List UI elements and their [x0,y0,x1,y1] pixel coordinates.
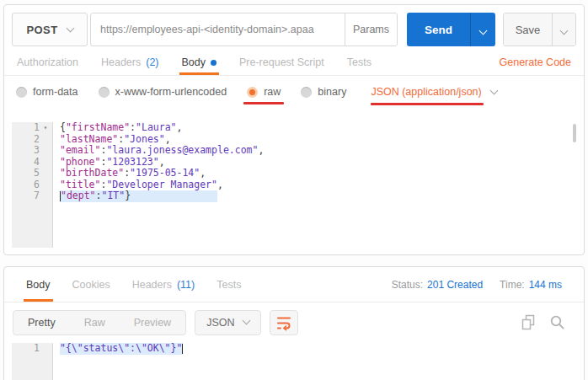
tab-label: Cookies [72,279,110,291]
send-button[interactable]: Send [407,13,470,46]
generate-code-link[interactable]: Generate Code [500,50,571,75]
headers-count-badge: (11) [177,279,195,291]
response-tab-body[interactable]: Body [26,267,51,302]
code-text: "title":"Developer Manager", [52,179,223,191]
response-tab-headers[interactable]: Headers (11) [132,267,195,302]
method-label: POST [27,24,58,36]
send-dropdown-button[interactable] [470,13,495,46]
view-mode-raw[interactable]: Raw [70,317,120,329]
response-toolbar: PrettyRawPreview JSON [4,302,584,342]
code-text: "dept":"IT"} [52,190,217,202]
tab-label: Authorization [17,56,78,68]
chevron-down-icon [66,24,74,32]
selection-highlight: "{\"status\":\"OK\"}" [60,343,183,355]
status-code: Status: 201 Created [392,279,483,291]
response-toolbar-icons [521,314,565,330]
format-label: JSON [206,317,234,329]
editor-line: 2"lastName":"Jones", [12,134,577,146]
editor-line: 4"phone":"1203123", [12,157,577,169]
code-text: "email":"laura.joness@example.com", [52,145,264,157]
response-body-editor[interactable]: 1"{\"status\":\"OK\"}" [12,343,577,380]
editor-line: 1▾{"firstName":"Laura", [12,122,577,134]
method-select[interactable]: POST [12,13,88,46]
view-mode-pretty[interactable]: Pretty [13,317,70,329]
copy-icon [521,314,537,330]
unsaved-dot-icon [211,60,216,66]
url-row: POST Params Send Save [4,5,584,46]
send-split-button: Send [407,13,495,46]
annotation-underline [371,103,483,105]
tab-authorization[interactable]: Authorization [17,50,78,75]
headers-count-badge: (2) [146,56,158,68]
body-type-option-form-data[interactable]: form-data [16,86,78,98]
tab-tests[interactable]: Tests [347,50,372,75]
tab-label: Tests [216,279,241,291]
tab-label: Pre-request Script [239,56,324,68]
chevron-down-icon [479,26,488,35]
editor-line: 6"title":"Developer Manager", [12,179,577,191]
fold-arrow-icon[interactable]: ▾ [40,122,51,134]
body-type-label: raw [264,86,281,98]
url-input[interactable] [91,13,345,45]
body-type-option-raw[interactable]: raw [247,86,281,98]
line-number: 5 [12,168,52,179]
search-icon [549,314,565,330]
save-dropdown-button[interactable] [552,13,575,45]
line-number: 4 [12,157,52,169]
editor-line: 1"{\"status\":\"OK\"}" [12,343,577,355]
body-type-option-x-www-form-urlencoded[interactable]: x-www-form-urlencoded [99,86,227,98]
body-type-option-binary[interactable]: binary [301,86,346,98]
response-tab-cookies[interactable]: Cookies [72,267,110,302]
tab-label: Headers [132,279,172,291]
body-type-label: binary [318,86,346,98]
wrap-lines-icon [275,314,292,331]
wrap-lines-button[interactable] [270,310,298,335]
url-group: Params [90,13,398,46]
code-text: "lastName":"Jones", [52,134,171,146]
save-split-button: Save [503,13,576,46]
annotation-underline [243,102,284,104]
chevron-down-icon [560,26,569,35]
selection-highlight: "dept":"IT"} [60,190,217,202]
copy-button[interactable] [521,314,537,330]
body-type-label: x-www-form-urlencoded [115,86,227,98]
line-number: 6 [12,179,52,191]
editor-line: 7"dept":"IT"} [12,190,577,202]
line-number: 7 [12,190,52,202]
radio-icon [99,87,110,98]
response-tab-tests[interactable]: Tests [216,267,241,302]
tab-body[interactable]: Body [182,50,217,75]
line-number: 1▾ [12,122,52,134]
response-panel: Body Cookies Headers (11) Tests Status: … [3,266,585,380]
radio-icon [16,87,27,98]
request-panel: POST Params Send Save Aut [3,4,585,255]
body-type-options-list: form-datax-www-form-urlencodedrawbinary [16,86,346,98]
chevron-down-icon [243,317,251,325]
line-number: 1 [12,343,52,355]
content-type-label: JSON (application/json) [371,86,481,98]
tab-pre-request-script[interactable]: Pre-request Script [239,50,324,75]
view-mode-group: PrettyRawPreview [13,310,186,335]
content-type-select[interactable]: JSON (application/json) [371,86,496,98]
search-button[interactable] [549,314,565,330]
code-text: {"firstName":"Laura", [52,122,182,134]
time-value: 144 ms [529,279,562,291]
response-time: Time: 144 ms [500,279,562,291]
radio-icon [301,87,312,98]
line-number: 3 [12,145,52,157]
postman-app: POST Params Send Save Aut [0,0,588,380]
tab-label: Headers [101,56,141,68]
editor-line: 5"birthDate":"1975-05-14", [12,168,577,179]
line-number: 2 [12,134,52,146]
status-value: 201 Created [427,279,483,291]
params-button[interactable]: Params [345,13,397,45]
response-format-select[interactable]: JSON [195,310,261,335]
tab-label: Tests [347,56,372,68]
editor-line: 3"email":"laura.joness@example.com", [12,145,577,157]
save-button[interactable]: Save [504,13,552,45]
request-body-editor[interactable]: 1▾{"firstName":"Laura",2"lastName":"Jone… [12,122,577,248]
tab-headers[interactable]: Headers (2) [101,50,159,75]
response-status-box: Status: 201 Created Time: 144 ms [392,267,562,302]
view-mode-preview[interactable]: Preview [120,317,185,329]
response-tabs: Body Cookies Headers (11) Tests Status: … [4,267,584,302]
